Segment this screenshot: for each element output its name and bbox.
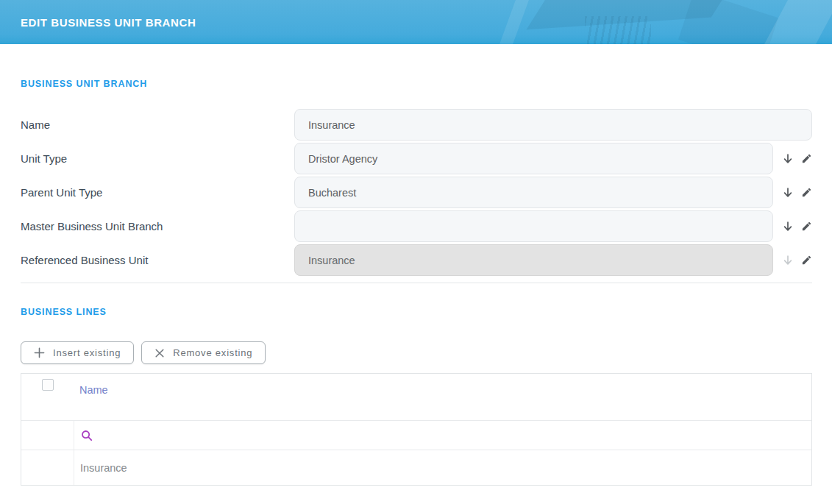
field-row-unit-type: Unit Type	[21, 143, 812, 174]
plus-icon	[34, 347, 45, 358]
header-background-image	[499, 0, 529, 44]
column-header-name[interactable]: Name	[79, 384, 108, 396]
field-row-master-business-unit-branch: Master Business Unit Branch	[21, 210, 812, 242]
remove-existing-button[interactable]: Remove existing	[141, 341, 266, 364]
section-divider	[21, 283, 812, 283]
close-icon	[154, 348, 165, 358]
insert-existing-button[interactable]: Insert existing	[21, 341, 134, 364]
header-background-image	[761, 0, 832, 44]
select-all-checkbox[interactable]	[42, 379, 54, 391]
table-filter-row	[21, 420, 811, 450]
header-background-image	[678, 0, 778, 44]
header-background-image	[585, 16, 651, 44]
section-title-business-unit-branch: BUSINESS UNIT BRANCH	[21, 79, 812, 89]
arrow-down-icon[interactable]	[782, 187, 794, 199]
table-cell-name: Insurance	[80, 462, 127, 474]
referenced-business-unit-input	[294, 244, 773, 276]
insert-existing-label: Insert existing	[53, 347, 121, 358]
edit-pencil-icon[interactable]	[800, 255, 812, 266]
parent-unit-type-input[interactable]	[294, 177, 773, 208]
page-header: EDIT BUSINESS UNIT BRANCH	[0, 0, 832, 44]
field-label-name: Name	[21, 118, 294, 131]
field-row-name: Name	[21, 109, 812, 141]
header-background-image	[527, 0, 739, 29]
arrow-down-icon[interactable]	[782, 221, 794, 233]
edit-pencil-icon[interactable]	[800, 187, 812, 199]
edit-pencil-icon[interactable]	[800, 221, 812, 233]
business-lines-toolbar: Insert existing Remove existing	[21, 341, 812, 364]
field-label-referenced-business-unit: Referenced Business Unit	[21, 254, 294, 266]
unit-type-input[interactable]	[294, 143, 773, 174]
arrow-down-icon[interactable]	[782, 153, 794, 165]
arrow-down-icon-disabled	[782, 255, 794, 266]
field-row-parent-unit-type: Parent Unit Type	[21, 177, 812, 208]
table-header-row: Name	[21, 374, 811, 420]
master-business-unit-branch-input[interactable]	[294, 210, 773, 242]
field-row-referenced-business-unit: Referenced Business Unit	[21, 244, 812, 276]
page-title: EDIT BUSINESS UNIT BRANCH	[21, 16, 196, 29]
field-label-parent-unit-type: Parent Unit Type	[21, 186, 294, 199]
field-label-unit-type: Unit Type	[21, 152, 294, 165]
edit-pencil-icon[interactable]	[800, 153, 812, 165]
field-label-master-business-unit-branch: Master Business Unit Branch	[21, 220, 294, 233]
table-row[interactable]: Insurance	[21, 450, 811, 485]
section-title-business-lines: BUSINESS LINES	[21, 307, 812, 317]
search-icon[interactable]	[80, 429, 93, 442]
name-input[interactable]	[294, 109, 812, 141]
remove-existing-label: Remove existing	[173, 347, 252, 358]
branch-form: Name Unit Type	[21, 109, 812, 276]
business-lines-table: Name Insurance	[21, 373, 812, 486]
